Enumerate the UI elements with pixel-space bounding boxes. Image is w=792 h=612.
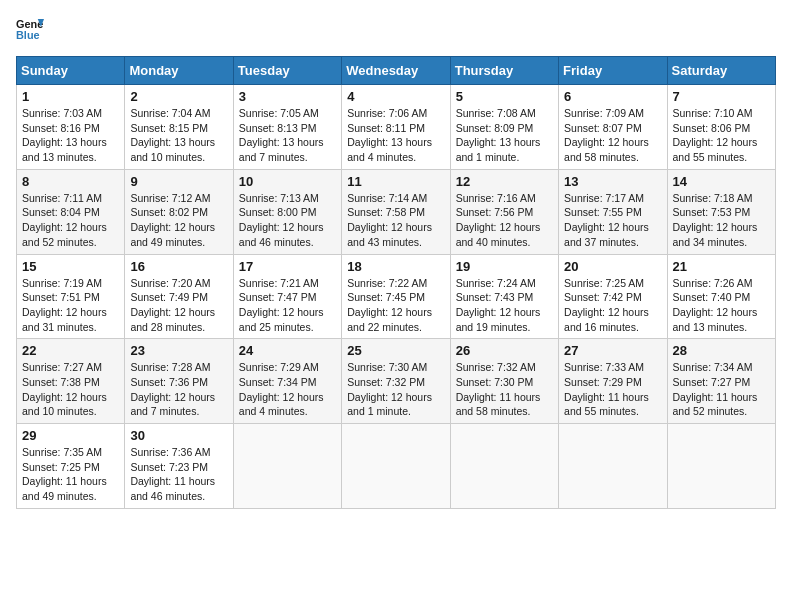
- day-info: Sunrise: 7:17 AM Sunset: 7:55 PM Dayligh…: [564, 191, 661, 250]
- day-number: 4: [347, 89, 444, 104]
- calendar-cell: 4Sunrise: 7:06 AM Sunset: 8:11 PM Daylig…: [342, 85, 450, 170]
- day-number: 15: [22, 259, 119, 274]
- day-number: 30: [130, 428, 227, 443]
- day-number: 17: [239, 259, 336, 274]
- calendar-cell: 13Sunrise: 7:17 AM Sunset: 7:55 PM Dayli…: [559, 169, 667, 254]
- calendar-cell: 14Sunrise: 7:18 AM Sunset: 7:53 PM Dayli…: [667, 169, 775, 254]
- day-info: Sunrise: 7:35 AM Sunset: 7:25 PM Dayligh…: [22, 445, 119, 504]
- day-info: Sunrise: 7:32 AM Sunset: 7:30 PM Dayligh…: [456, 360, 553, 419]
- day-info: Sunrise: 7:34 AM Sunset: 7:27 PM Dayligh…: [673, 360, 770, 419]
- calendar-cell: 7Sunrise: 7:10 AM Sunset: 8:06 PM Daylig…: [667, 85, 775, 170]
- day-info: Sunrise: 7:28 AM Sunset: 7:36 PM Dayligh…: [130, 360, 227, 419]
- calendar-cell: 21Sunrise: 7:26 AM Sunset: 7:40 PM Dayli…: [667, 254, 775, 339]
- calendar-cell: 24Sunrise: 7:29 AM Sunset: 7:34 PM Dayli…: [233, 339, 341, 424]
- day-info: Sunrise: 7:30 AM Sunset: 7:32 PM Dayligh…: [347, 360, 444, 419]
- day-info: Sunrise: 7:09 AM Sunset: 8:07 PM Dayligh…: [564, 106, 661, 165]
- calendar-cell: [233, 424, 341, 509]
- calendar-cell: 5Sunrise: 7:08 AM Sunset: 8:09 PM Daylig…: [450, 85, 558, 170]
- calendar-cell: 28Sunrise: 7:34 AM Sunset: 7:27 PM Dayli…: [667, 339, 775, 424]
- day-info: Sunrise: 7:21 AM Sunset: 7:47 PM Dayligh…: [239, 276, 336, 335]
- calendar-cell: 18Sunrise: 7:22 AM Sunset: 7:45 PM Dayli…: [342, 254, 450, 339]
- day-number: 29: [22, 428, 119, 443]
- day-number: 27: [564, 343, 661, 358]
- weekday-header: Monday: [125, 57, 233, 85]
- day-info: Sunrise: 7:14 AM Sunset: 7:58 PM Dayligh…: [347, 191, 444, 250]
- day-number: 7: [673, 89, 770, 104]
- calendar-table: SundayMondayTuesdayWednesdayThursdayFrid…: [16, 56, 776, 509]
- day-info: Sunrise: 7:10 AM Sunset: 8:06 PM Dayligh…: [673, 106, 770, 165]
- calendar-cell: 27Sunrise: 7:33 AM Sunset: 7:29 PM Dayli…: [559, 339, 667, 424]
- day-number: 28: [673, 343, 770, 358]
- logo: General Blue: [16, 16, 44, 44]
- calendar-cell: 10Sunrise: 7:13 AM Sunset: 8:00 PM Dayli…: [233, 169, 341, 254]
- weekday-header: Thursday: [450, 57, 558, 85]
- day-info: Sunrise: 7:12 AM Sunset: 8:02 PM Dayligh…: [130, 191, 227, 250]
- day-number: 25: [347, 343, 444, 358]
- calendar-cell: 23Sunrise: 7:28 AM Sunset: 7:36 PM Dayli…: [125, 339, 233, 424]
- calendar-cell: 8Sunrise: 7:11 AM Sunset: 8:04 PM Daylig…: [17, 169, 125, 254]
- logo-icon: General Blue: [16, 16, 44, 44]
- day-number: 26: [456, 343, 553, 358]
- day-info: Sunrise: 7:19 AM Sunset: 7:51 PM Dayligh…: [22, 276, 119, 335]
- day-number: 5: [456, 89, 553, 104]
- day-info: Sunrise: 7:24 AM Sunset: 7:43 PM Dayligh…: [456, 276, 553, 335]
- calendar-cell: 15Sunrise: 7:19 AM Sunset: 7:51 PM Dayli…: [17, 254, 125, 339]
- day-number: 9: [130, 174, 227, 189]
- day-info: Sunrise: 7:16 AM Sunset: 7:56 PM Dayligh…: [456, 191, 553, 250]
- calendar-cell: 29Sunrise: 7:35 AM Sunset: 7:25 PM Dayli…: [17, 424, 125, 509]
- day-info: Sunrise: 7:33 AM Sunset: 7:29 PM Dayligh…: [564, 360, 661, 419]
- calendar-body: 1Sunrise: 7:03 AM Sunset: 8:16 PM Daylig…: [17, 85, 776, 509]
- weekday-header: Friday: [559, 57, 667, 85]
- day-number: 14: [673, 174, 770, 189]
- day-number: 19: [456, 259, 553, 274]
- day-info: Sunrise: 7:06 AM Sunset: 8:11 PM Dayligh…: [347, 106, 444, 165]
- day-number: 18: [347, 259, 444, 274]
- day-number: 10: [239, 174, 336, 189]
- day-number: 23: [130, 343, 227, 358]
- calendar-cell: 25Sunrise: 7:30 AM Sunset: 7:32 PM Dayli…: [342, 339, 450, 424]
- calendar-cell: 1Sunrise: 7:03 AM Sunset: 8:16 PM Daylig…: [17, 85, 125, 170]
- day-number: 8: [22, 174, 119, 189]
- day-number: 3: [239, 89, 336, 104]
- calendar-cell: 9Sunrise: 7:12 AM Sunset: 8:02 PM Daylig…: [125, 169, 233, 254]
- day-info: Sunrise: 7:05 AM Sunset: 8:13 PM Dayligh…: [239, 106, 336, 165]
- calendar-cell: 16Sunrise: 7:20 AM Sunset: 7:49 PM Dayli…: [125, 254, 233, 339]
- weekday-header: Tuesday: [233, 57, 341, 85]
- day-number: 2: [130, 89, 227, 104]
- calendar-cell: 17Sunrise: 7:21 AM Sunset: 7:47 PM Dayli…: [233, 254, 341, 339]
- day-number: 24: [239, 343, 336, 358]
- calendar-cell: 6Sunrise: 7:09 AM Sunset: 8:07 PM Daylig…: [559, 85, 667, 170]
- day-number: 11: [347, 174, 444, 189]
- day-number: 12: [456, 174, 553, 189]
- day-number: 13: [564, 174, 661, 189]
- calendar-cell: [342, 424, 450, 509]
- day-info: Sunrise: 7:20 AM Sunset: 7:49 PM Dayligh…: [130, 276, 227, 335]
- day-info: Sunrise: 7:36 AM Sunset: 7:23 PM Dayligh…: [130, 445, 227, 504]
- page-header: General Blue: [16, 16, 776, 44]
- svg-text:Blue: Blue: [16, 29, 40, 41]
- weekday-header: Wednesday: [342, 57, 450, 85]
- weekday-header: Sunday: [17, 57, 125, 85]
- day-info: Sunrise: 7:22 AM Sunset: 7:45 PM Dayligh…: [347, 276, 444, 335]
- day-info: Sunrise: 7:29 AM Sunset: 7:34 PM Dayligh…: [239, 360, 336, 419]
- day-number: 20: [564, 259, 661, 274]
- calendar-cell: 22Sunrise: 7:27 AM Sunset: 7:38 PM Dayli…: [17, 339, 125, 424]
- calendar-cell: 3Sunrise: 7:05 AM Sunset: 8:13 PM Daylig…: [233, 85, 341, 170]
- day-number: 22: [22, 343, 119, 358]
- day-number: 1: [22, 89, 119, 104]
- calendar-cell: 30Sunrise: 7:36 AM Sunset: 7:23 PM Dayli…: [125, 424, 233, 509]
- day-info: Sunrise: 7:25 AM Sunset: 7:42 PM Dayligh…: [564, 276, 661, 335]
- day-info: Sunrise: 7:11 AM Sunset: 8:04 PM Dayligh…: [22, 191, 119, 250]
- calendar-cell: 2Sunrise: 7:04 AM Sunset: 8:15 PM Daylig…: [125, 85, 233, 170]
- calendar-cell: 12Sunrise: 7:16 AM Sunset: 7:56 PM Dayli…: [450, 169, 558, 254]
- calendar-header: SundayMondayTuesdayWednesdayThursdayFrid…: [17, 57, 776, 85]
- day-number: 6: [564, 89, 661, 104]
- weekday-header: Saturday: [667, 57, 775, 85]
- day-info: Sunrise: 7:08 AM Sunset: 8:09 PM Dayligh…: [456, 106, 553, 165]
- day-info: Sunrise: 7:26 AM Sunset: 7:40 PM Dayligh…: [673, 276, 770, 335]
- day-info: Sunrise: 7:04 AM Sunset: 8:15 PM Dayligh…: [130, 106, 227, 165]
- calendar-cell: 11Sunrise: 7:14 AM Sunset: 7:58 PM Dayli…: [342, 169, 450, 254]
- day-info: Sunrise: 7:03 AM Sunset: 8:16 PM Dayligh…: [22, 106, 119, 165]
- calendar-cell: [667, 424, 775, 509]
- calendar-cell: 19Sunrise: 7:24 AM Sunset: 7:43 PM Dayli…: [450, 254, 558, 339]
